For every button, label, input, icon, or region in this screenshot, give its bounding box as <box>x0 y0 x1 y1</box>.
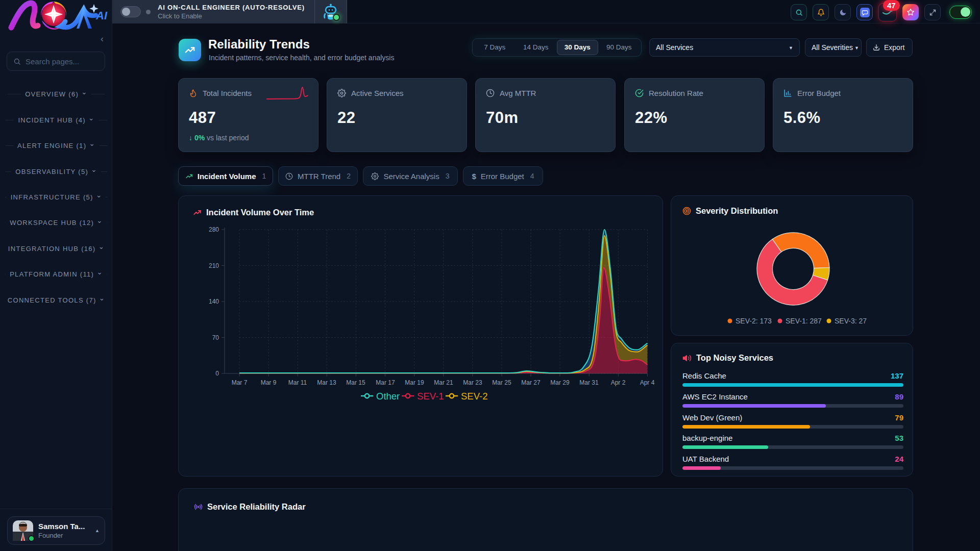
svg-text:Apr 2: Apr 2 <box>611 379 626 386</box>
svg-text:Mar 7: Mar 7 <box>232 379 248 386</box>
svg-text:SEV-1: 287: SEV-1: 287 <box>786 317 822 325</box>
svg-text:280: 280 <box>209 226 219 233</box>
svg-text:70: 70 <box>212 334 219 341</box>
svg-text:Mar 29: Mar 29 <box>550 379 570 386</box>
svg-text:0: 0 <box>215 370 219 377</box>
svg-text:Mar 25: Mar 25 <box>492 379 511 386</box>
svg-text:Mar 9: Mar 9 <box>261 379 277 386</box>
svg-text:AI: AI <box>95 9 108 22</box>
svg-text:Mar 31: Mar 31 <box>579 379 599 386</box>
svg-text:Other: Other <box>376 391 400 402</box>
svg-text:SEV-3: 27: SEV-3: 27 <box>835 317 867 325</box>
svg-text:140: 140 <box>209 298 219 305</box>
svg-text:Mar 17: Mar 17 <box>376 379 395 386</box>
svg-text:Mar 23: Mar 23 <box>463 379 482 386</box>
svg-text:Mar 13: Mar 13 <box>317 379 336 386</box>
svg-text:SEV-1: SEV-1 <box>417 391 444 402</box>
svg-text:Mar 11: Mar 11 <box>288 379 307 386</box>
svg-text:Apr 4: Apr 4 <box>640 379 655 386</box>
svg-text:Mar 19: Mar 19 <box>405 379 424 386</box>
svg-text:210: 210 <box>209 262 219 269</box>
svg-text:Mar 15: Mar 15 <box>346 379 365 386</box>
svg-text:Mar 21: Mar 21 <box>434 379 453 386</box>
svg-text:SEV-2: 173: SEV-2: 173 <box>736 317 772 325</box>
svg-text:Mar 27: Mar 27 <box>521 379 541 386</box>
svg-text:SEV-2: SEV-2 <box>461 391 487 402</box>
